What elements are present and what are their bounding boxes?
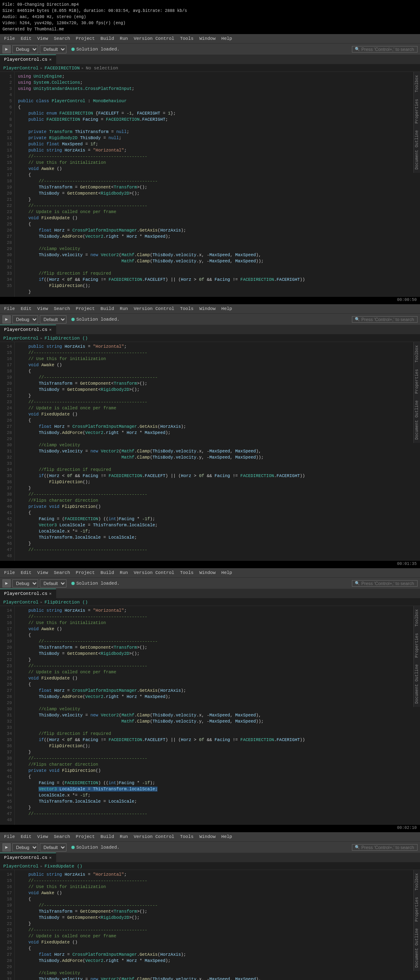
breadcrumb-member-3[interactable]: FlipDirection () [44, 600, 88, 605]
menu-project-4[interactable]: Project [73, 833, 97, 840]
tab-playercontrol-4[interactable]: PlayerControl.cs ✕ [0, 853, 56, 862]
code-content-2[interactable]: public string HorzAxis = "Horizontal"; /… [15, 342, 420, 561]
menu-window-4[interactable]: Window [197, 833, 218, 840]
debug-select-1[interactable]: Debug [12, 45, 38, 53]
menu-run-2[interactable]: Run [117, 305, 130, 312]
breadcrumb-class-1[interactable]: PlayerControl [3, 66, 39, 71]
menu-window-2[interactable]: Window [197, 305, 218, 312]
search-input-1[interactable] [361, 47, 415, 52]
menu-help-2[interactable]: Help [219, 305, 235, 312]
side-tab-toolbox-4[interactable]: Toolbox [414, 870, 420, 894]
side-tab-properties-1[interactable]: Properties [414, 96, 420, 127]
menu-view-4[interactable]: View [35, 833, 50, 840]
menu-run-3[interactable]: Run [117, 569, 130, 576]
default-select-4[interactable]: Default [40, 843, 66, 851]
play-button-3[interactable]: ▶ [2, 579, 11, 588]
menu-versioncontrol-4[interactable]: Version Control [131, 833, 177, 840]
search-box-3[interactable]: 🔍 [352, 580, 418, 587]
default-select-1[interactable]: Default [40, 45, 66, 53]
status-3: Solution loaded. [71, 581, 120, 586]
default-select-3[interactable]: Default [40, 579, 66, 588]
side-tab-properties-2[interactable]: Properties [414, 366, 420, 397]
menu-build-1[interactable]: Build [98, 35, 116, 42]
menu-tools-2[interactable]: Tools [178, 305, 196, 312]
menu-view-1[interactable]: View [35, 35, 50, 42]
menu-tools-4[interactable]: Tools [178, 833, 196, 840]
menu-project-1[interactable]: Project [73, 35, 97, 42]
menu-edit-2[interactable]: Edit [18, 305, 34, 312]
play-button-2[interactable]: ▶ [2, 315, 11, 324]
code-content-4[interactable]: public string HorzAxis = "Horizontal"; /… [15, 870, 420, 980]
breadcrumb-class-2[interactable]: PlayerControl [3, 336, 39, 341]
debug-select-4[interactable]: Debug [12, 843, 38, 851]
menu-build-3[interactable]: Build [98, 569, 116, 576]
search-box-4[interactable]: 🔍 [352, 844, 418, 851]
play-button-4[interactable]: ▶ [2, 843, 11, 851]
menu-build-4[interactable]: Build [98, 833, 116, 840]
breadcrumb-member-2[interactable]: FlipDirection () [44, 336, 88, 341]
debug-select-3[interactable]: Debug [12, 579, 38, 588]
side-tab-toolbox-2[interactable]: Toolbox [414, 342, 420, 366]
tab-playercontrol-2[interactable]: PlayerControl.cs ✕ [0, 325, 56, 334]
tab-close-4[interactable]: ✕ [49, 855, 52, 860]
side-tab-properties-3[interactable]: Properties [414, 630, 420, 661]
debug-select-2[interactable]: Debug [12, 315, 38, 324]
menu-edit-4[interactable]: Edit [18, 833, 34, 840]
menu-window-3[interactable]: Window [197, 569, 218, 576]
side-tab-toolbox-1[interactable]: Toolbox [414, 72, 420, 96]
menu-run-1[interactable]: Run [117, 35, 130, 42]
menu-run-4[interactable]: Run [117, 833, 130, 840]
search-input-3[interactable] [361, 581, 415, 586]
menu-versioncontrol-3[interactable]: Version Control [131, 569, 177, 576]
menu-view-2[interactable]: View [35, 305, 50, 312]
menu-versioncontrol-2[interactable]: Version Control [131, 305, 177, 312]
side-tab-properties-4[interactable]: Properties [414, 894, 420, 925]
menu-project-3[interactable]: Project [73, 569, 97, 576]
status-text-2: Solution loaded. [76, 317, 120, 322]
side-tab-docoutline-4[interactable]: Document Outline [414, 925, 420, 971]
menu-search-4[interactable]: Search [51, 833, 73, 840]
menu-tools-3[interactable]: Tools [178, 569, 196, 576]
tab-close-1[interactable]: ✕ [49, 57, 52, 62]
menu-versioncontrol-1[interactable]: Version Control [131, 35, 177, 42]
tab-close-2[interactable]: ✕ [49, 327, 52, 332]
menu-help-1[interactable]: Help [219, 35, 235, 42]
search-box-2[interactable]: 🔍 [352, 316, 418, 323]
menu-search-3[interactable]: Search [51, 569, 73, 576]
menu-window-1[interactable]: Window [197, 35, 218, 42]
menu-view-3[interactable]: View [35, 569, 50, 576]
menu-search-1[interactable]: Search [51, 35, 73, 42]
side-tab-toolbox-3[interactable]: Toolbox [414, 606, 420, 630]
menu-help-4[interactable]: Help [219, 833, 235, 840]
video-generated: Generated by Thumbnail.me [2, 26, 418, 32]
code-content-1[interactable]: using UnityEngine; using System.Collecti… [15, 72, 420, 297]
menu-edit-3[interactable]: Edit [18, 569, 34, 576]
search-input-2[interactable] [361, 317, 415, 322]
tab-playercontrol-3[interactable]: PlayerControl.cs ✕ [0, 589, 56, 598]
menu-project-2[interactable]: Project [73, 305, 97, 312]
search-input-4[interactable] [361, 845, 415, 850]
search-box-1[interactable]: 🔍 [352, 46, 418, 53]
breadcrumb-class-3[interactable]: PlayerControl [3, 600, 39, 605]
menu-file-1[interactable]: File [2, 35, 17, 42]
side-tab-docoutline-3[interactable]: Document Outline [414, 661, 420, 707]
menu-file-4[interactable]: File [2, 833, 17, 840]
menu-file-3[interactable]: File [2, 569, 17, 576]
side-tab-docoutline-2[interactable]: Document Outline [414, 397, 420, 443]
tab-bar-1: PlayerControl.cs ✕ [0, 55, 420, 64]
side-tab-docoutline-1[interactable]: Document Outline [414, 127, 420, 173]
play-button-1[interactable]: ▶ [2, 45, 11, 53]
breadcrumb-member-1[interactable]: FACEDIRECTION [44, 66, 80, 71]
code-content-3[interactable]: public string HorzAxis = "Horizontal"; /… [15, 606, 420, 825]
menu-help-3[interactable]: Help [219, 569, 235, 576]
menu-edit-1[interactable]: Edit [18, 35, 34, 42]
breadcrumb-class-4[interactable]: PlayerControl [3, 864, 39, 869]
breadcrumb-member-4[interactable]: FixedUpdate () [44, 864, 82, 869]
menu-tools-1[interactable]: Tools [178, 35, 196, 42]
default-select-2[interactable]: Default [40, 315, 66, 324]
tab-playercontrol-1[interactable]: PlayerControl.cs ✕ [0, 55, 56, 64]
menu-search-2[interactable]: Search [51, 305, 73, 312]
tab-close-3[interactable]: ✕ [49, 591, 52, 596]
menu-build-2[interactable]: Build [98, 305, 116, 312]
menu-file-2[interactable]: File [2, 305, 17, 312]
